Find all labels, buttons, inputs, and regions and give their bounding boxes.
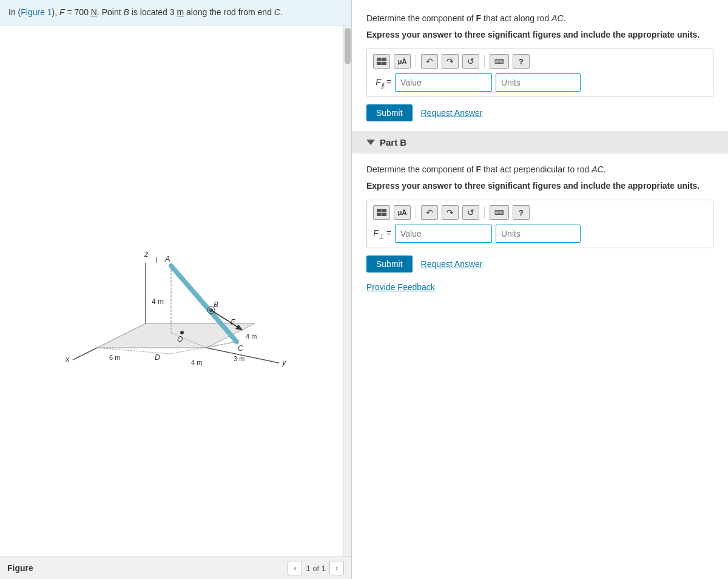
part-b-value-input[interactable] [395,225,492,243]
part-b-section: Determine the component of F that act pe… [352,154,728,282]
part-a-refresh-btn[interactable]: ↺ [462,54,479,69]
svg-text:4 m: 4 m [152,297,164,306]
figure-svg: y x z O A | [49,214,303,372]
svg-text:y: y [281,357,287,367]
part-b-refresh-btn[interactable]: ↺ [462,205,479,220]
part-a-undo-btn[interactable]: ↶ [421,54,438,69]
part-a-answer-box: μÅ ↶ ↷ ↺ ⌨ ? [366,49,713,97]
help-icon-b: ? [519,208,524,217]
keyboard-icon: ⌨ [494,58,504,66]
undo-icon-b: ↶ [426,208,433,217]
part-b-keyboard-btn[interactable]: ⌨ [490,205,509,220]
part-a-request-answer-button[interactable]: Request Answer [421,108,483,118]
part-b-request-answer-button[interactable]: Request Answer [421,259,483,269]
part-b-input-row: F⊥ = [373,225,707,243]
part-b-answer-box: μÅ ↶ ↷ ↺ ⌨ ? [366,200,713,248]
part-a-action-row: Submit Request Answer [366,104,713,121]
prev-figure-button[interactable]: ‹ [288,561,302,575]
svg-text:B: B [214,300,218,309]
figure-content: y x z O A | [0,25,351,579]
part-b-matrix-btn[interactable] [373,205,390,220]
keyboard-icon-b: ⌨ [494,209,504,217]
part-b-equation-label: F⊥ = [373,228,391,240]
page-info: 1 of 1 [306,564,326,573]
nav-controls: ‹ 1 of 1 › [288,561,344,575]
part-a-sep1 [416,55,416,67]
part-b-question: Determine the component of F that act pe… [366,163,713,176]
part-a-toolbar: μÅ ↶ ↷ ↺ ⌨ ? [373,54,707,69]
svg-text:D: D [155,353,160,362]
right-panel: Determine the component of F that act al… [352,0,728,579]
problem-statement: In (Figure 1), F = 700 N. Point B is loc… [0,0,351,25]
help-icon: ? [519,57,524,66]
part-a-submit-button[interactable]: Submit [366,104,413,121]
part-b-collapse-icon[interactable] [366,140,375,145]
part-b-mu-btn[interactable]: μÅ [394,205,411,220]
part-a-instruction: Express your answer to three significant… [366,29,713,41]
part-b-toolbar: μÅ ↶ ↷ ↺ ⌨ ? [373,205,707,220]
refresh-icon-b: ↺ [467,208,474,217]
figure-link[interactable]: Figure 1 [21,7,52,17]
part-a-help-btn[interactable]: ? [513,54,530,69]
redo-icon-b: ↷ [447,208,454,217]
svg-text:A: A [164,254,170,263]
part-b-title: Part B [380,137,406,147]
scroll-thumb [345,28,351,64]
figure-area: y x z O A | [0,25,351,579]
part-a-mu-btn[interactable]: μÅ [394,54,411,69]
redo-icon: ↷ [447,56,454,66]
part-a-units-input[interactable] [496,73,581,92]
part-b-undo-btn[interactable]: ↶ [421,205,438,220]
part-b-submit-button[interactable]: Submit [366,256,413,273]
svg-line-3 [73,348,97,360]
svg-text:C: C [238,344,243,353]
part-b-instruction: Express your answer to three significant… [366,180,713,192]
undo-icon: ↶ [426,56,433,66]
svg-text:F: F [231,318,235,327]
svg-text:x: x [65,354,70,364]
svg-text:|: | [155,256,157,263]
figure-label-bar: Figure ‹ 1 of 1 › [0,557,351,579]
part-a-section: Determine the component of F that act al… [352,0,728,131]
part-a-input-row: F‖ = [373,73,707,92]
svg-point-7 [180,331,184,334]
svg-line-27 [97,348,170,354]
refresh-icon: ↺ [467,56,474,66]
part-a-sep2 [484,55,485,67]
svg-text:4 m: 4 m [191,359,202,366]
svg-text:4 m: 4 m [246,333,257,340]
svg-text:6 m: 6 m [109,354,120,361]
part-b-help-btn[interactable]: ? [513,205,530,220]
next-figure-button[interactable]: › [329,561,344,575]
part-b-header: Part B [352,131,728,154]
part-b-units-input[interactable] [496,225,581,243]
part-a-matrix-btn[interactable] [373,54,390,69]
part-b-sep2 [484,206,485,218]
part-b-action-row: Submit Request Answer [366,256,713,273]
part-a-value-input[interactable] [395,73,492,92]
part-b-sep1 [416,206,416,218]
scroll-bar[interactable] [343,25,351,579]
svg-text:3 m: 3 m [234,355,244,362]
part-a-question: Determine the component of F that act al… [366,12,713,25]
part-a-equation-label: F‖ = [373,77,391,89]
figure-label: Figure [7,563,33,573]
part-b-redo-btn[interactable]: ↷ [442,205,459,220]
left-panel: In (Figure 1), F = 700 N. Point B is loc… [0,0,352,579]
provide-feedback-button[interactable]: Provide Feedback [352,282,728,304]
svg-text:z: z [144,249,149,259]
part-a-redo-btn[interactable]: ↷ [442,54,459,69]
part-a-keyboard-btn[interactable]: ⌨ [490,54,509,69]
